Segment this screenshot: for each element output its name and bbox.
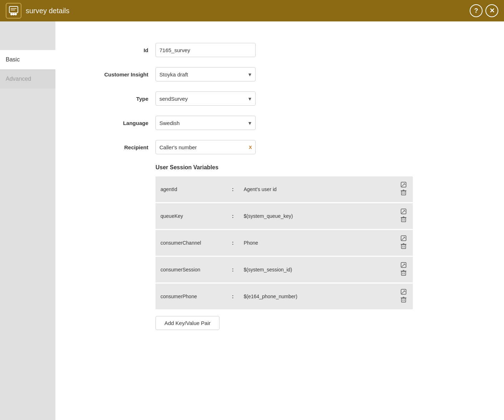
delete-button[interactable] (399, 296, 408, 304)
app-header: survey details ? ✕ (0, 0, 504, 21)
add-key-value-button[interactable]: Add Key/Value Pair (155, 316, 219, 330)
type-row: Type sendSurvey (77, 91, 475, 106)
delete-button[interactable] (399, 216, 408, 224)
close-button[interactable]: ✕ (485, 4, 498, 17)
var-actions (388, 283, 413, 310)
variables-section-title: User Session Variables (155, 164, 475, 171)
sidebar-item-advanced[interactable]: Advanced (0, 69, 55, 89)
var-actions (388, 230, 413, 256)
var-actions (388, 256, 413, 283)
var-sep: : (227, 176, 239, 203)
var-actions (388, 176, 413, 203)
svg-point-3 (10, 13, 13, 15)
edit-button[interactable] (399, 262, 408, 270)
language-row: Language Swedish (77, 116, 475, 130)
var-actions (388, 203, 413, 230)
recipient-input[interactable] (155, 140, 256, 154)
var-sep: : (227, 256, 239, 283)
var-value: $(system_session_id) (239, 256, 388, 283)
var-key: consumerPhone (155, 283, 227, 310)
help-button[interactable]: ? (470, 4, 483, 17)
var-sep: : (227, 283, 239, 310)
svg-point-5 (15, 13, 17, 15)
var-sep: : (227, 230, 239, 256)
language-label: Language (77, 120, 155, 126)
var-value: Phone (239, 230, 388, 256)
id-input[interactable] (155, 43, 256, 57)
delete-button[interactable] (399, 243, 408, 251)
var-sep: : (227, 203, 239, 230)
variables-section: User Session Variables agentId : Agent's… (155, 164, 475, 330)
recipient-label: Recipient (77, 144, 155, 150)
var-key: queueKey (155, 203, 227, 230)
delete-button[interactable] (399, 189, 408, 197)
customer-insight-row: Customer Insight Stoyka draft (77, 67, 475, 81)
var-value: $(e164_phone_number) (239, 283, 388, 310)
svg-rect-25 (401, 271, 406, 275)
customer-insight-label: Customer Insight (77, 71, 155, 78)
language-select[interactable]: Swedish (155, 116, 256, 130)
language-select-wrapper: Swedish (155, 116, 256, 130)
recipient-row: Recipient x (77, 140, 475, 154)
svg-rect-19 (401, 245, 406, 249)
var-key: consumerSession (155, 256, 227, 283)
var-key: agentId (155, 176, 227, 203)
header-controls: ? ✕ (470, 4, 498, 17)
svg-rect-31 (401, 298, 406, 302)
page-title: survey details (26, 7, 465, 15)
svg-point-4 (13, 13, 15, 15)
svg-rect-7 (401, 191, 406, 195)
edit-button[interactable] (399, 208, 408, 216)
edit-button[interactable] (399, 235, 408, 243)
table-row: consumerPhone : $(e164_phone_number) (155, 283, 413, 310)
main-content: Id Customer Insight Stoyka draft Type se… (55, 21, 504, 420)
var-value: $(system_queue_key) (239, 203, 388, 230)
type-select[interactable]: sendSurvey (155, 91, 256, 106)
table-row: queueKey : $(system_queue_key) (155, 203, 413, 230)
variables-table: agentId : Agent's user id (155, 176, 413, 310)
edit-button[interactable] (399, 181, 408, 189)
type-select-wrapper: sendSurvey (155, 91, 256, 106)
sidebar-item-basic[interactable]: Basic (0, 50, 55, 69)
customer-insight-select-wrapper: Stoyka draft (155, 67, 256, 81)
type-label: Type (77, 96, 155, 102)
app-icon (6, 3, 21, 19)
recipient-clear-button[interactable]: x (249, 144, 252, 150)
customer-insight-select[interactable]: Stoyka draft (155, 67, 256, 81)
id-label: Id (77, 47, 155, 53)
edit-button[interactable] (399, 289, 408, 296)
delete-button[interactable] (399, 270, 408, 278)
table-row: consumerChannel : Phone (155, 230, 413, 256)
table-row: consumerSession : $(system_session_id) (155, 256, 413, 283)
table-row: agentId : Agent's user id (155, 176, 413, 203)
svg-rect-0 (9, 6, 18, 13)
id-row: Id (77, 43, 475, 57)
main-layout: Basic Advanced Id Customer Insight Stoyk… (0, 21, 504, 420)
sidebar: Basic Advanced (0, 21, 55, 420)
recipient-wrapper: x (155, 140, 256, 154)
var-key: consumerChannel (155, 230, 227, 256)
svg-rect-13 (401, 218, 406, 222)
var-value: Agent's user id (239, 176, 388, 203)
